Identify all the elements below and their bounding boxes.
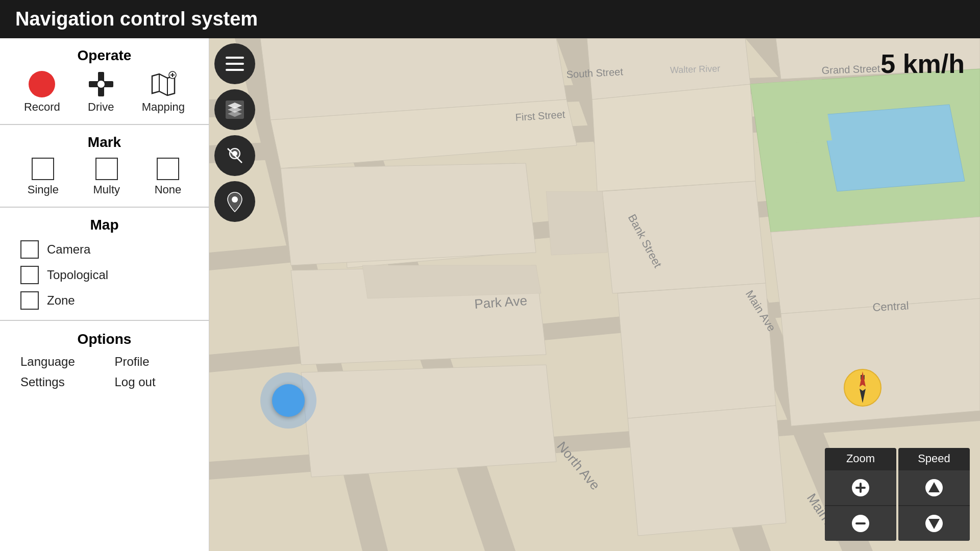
layers-button[interactable]	[214, 89, 255, 130]
record-label: Record	[24, 101, 60, 114]
single-mark-button[interactable]: Single	[28, 158, 59, 196]
options-title: Options	[10, 331, 199, 347]
compass: N	[842, 367, 883, 408]
compass-svg: N	[842, 367, 883, 408]
speed-down-icon	[924, 514, 944, 533]
map-title: Map	[10, 217, 199, 233]
multy-mark-button[interactable]: Multy	[93, 158, 120, 196]
mapping-button[interactable]: Mapping	[142, 71, 185, 114]
drive-button[interactable]: Drive	[88, 71, 114, 114]
multy-mark-label: Multy	[93, 183, 120, 196]
location-inner-dot	[272, 384, 305, 417]
none-mark-button[interactable]: None	[155, 158, 182, 196]
svg-marker-38	[546, 191, 607, 255]
speed-control-panel: Speed	[898, 448, 970, 541]
svg-text:Grand Street: Grand Street	[821, 63, 880, 76]
speed-down-button[interactable]	[898, 506, 970, 541]
settings-option[interactable]: Settings	[20, 375, 105, 389]
options-section: Options Language Profile Settings Log ou…	[0, 321, 209, 551]
none-mark-box	[157, 158, 179, 180]
topological-checkbox[interactable]	[20, 266, 39, 284]
location-dot	[260, 372, 316, 429]
zoom-panel: Zoom	[825, 448, 896, 541]
drive-label: Drive	[88, 101, 114, 114]
svg-marker-30	[602, 181, 766, 293]
left-toolbar	[214, 43, 255, 222]
drive-icon	[88, 71, 114, 97]
record-button[interactable]: Record	[24, 71, 60, 114]
speed-up-icon	[924, 478, 944, 497]
zoom-out-button[interactable]	[825, 506, 896, 541]
logout-option[interactable]: Log out	[115, 375, 199, 389]
mapping-icon	[150, 71, 177, 97]
menu-button[interactable]	[214, 43, 255, 84]
svg-rect-51	[226, 69, 244, 71]
svg-rect-65	[855, 522, 866, 524]
map-area[interactable]: South Street First Street Bank Street Ma…	[209, 38, 980, 551]
map-checkboxes: Camera Topological Zone	[10, 240, 199, 310]
svg-marker-29	[281, 163, 536, 265]
mark-title: Mark	[10, 134, 199, 151]
zone-checkbox-row[interactable]: Zone	[20, 291, 199, 310]
svg-point-2	[97, 80, 105, 88]
svg-marker-28	[750, 79, 832, 145]
zone-checkbox[interactable]	[20, 291, 39, 310]
location-outer-ring	[260, 372, 316, 429]
profile-option[interactable]: Profile	[115, 355, 199, 369]
camera-label: Camera	[47, 242, 90, 257]
operate-buttons: Record Drive	[10, 71, 199, 114]
record-icon	[29, 71, 55, 97]
none-mark-label: None	[155, 183, 182, 196]
topological-checkbox-row[interactable]: Topological	[20, 266, 199, 284]
svg-rect-50	[226, 63, 244, 65]
svg-marker-27	[822, 105, 965, 191]
multy-mark-box	[95, 158, 118, 180]
bottom-controls: Zoom Speed	[825, 448, 970, 541]
app-title: Navigation control system	[15, 8, 258, 30]
speed-indicator: 5 km/h	[880, 48, 965, 79]
svg-marker-35	[301, 365, 556, 477]
location-off-icon	[224, 144, 246, 167]
svg-text:Central: Central	[872, 299, 909, 314]
location-on-button[interactable]	[214, 181, 255, 222]
camera-checkbox-row[interactable]: Camera	[20, 240, 199, 259]
svg-rect-63	[860, 483, 862, 493]
zoom-in-icon	[851, 478, 870, 497]
mark-buttons: Single Multy None	[10, 158, 199, 196]
options-grid: Language Profile Settings Log out	[10, 355, 199, 389]
sidebar: Operate Record Drive	[0, 38, 209, 551]
topological-label: Topological	[47, 268, 108, 282]
language-option[interactable]: Language	[20, 355, 105, 369]
map-section: Map Camera Topological Zone	[0, 208, 209, 321]
svg-marker-25	[592, 84, 755, 191]
svg-text:Walter River: Walter River	[670, 63, 720, 75]
speed-control-title: Speed	[898, 448, 970, 469]
header: Navigation control system	[0, 0, 980, 38]
operate-title: Operate	[10, 47, 199, 64]
mapping-label: Mapping	[142, 101, 185, 114]
svg-point-56	[232, 196, 238, 203]
zoom-out-icon	[851, 514, 870, 533]
location-pin-icon	[224, 190, 246, 213]
zoom-in-button[interactable]	[825, 470, 896, 505]
zoom-title: Zoom	[825, 448, 896, 469]
speed-up-button[interactable]	[898, 470, 970, 505]
main-layout: Operate Record Drive	[0, 38, 980, 551]
location-off-button[interactable]	[214, 135, 255, 176]
menu-icon	[224, 53, 246, 75]
mark-section: Mark Single Multy None	[0, 125, 209, 208]
camera-checkbox[interactable]	[20, 240, 39, 259]
operate-section: Operate Record Drive	[0, 38, 209, 125]
speed-value: 5 km/h	[880, 49, 965, 79]
zone-label: Zone	[47, 293, 75, 308]
svg-marker-31	[771, 217, 980, 314]
svg-rect-49	[226, 57, 244, 59]
single-mark-label: Single	[28, 183, 59, 196]
layers-icon	[224, 98, 246, 121]
svg-marker-36	[628, 406, 786, 536]
single-mark-box	[32, 158, 54, 180]
